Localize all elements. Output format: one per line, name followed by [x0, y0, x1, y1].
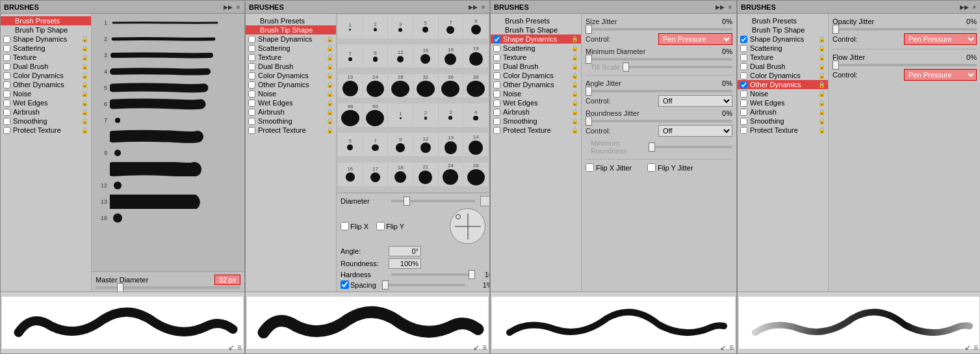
bsg-item-15[interactable]: 32: [413, 74, 438, 98]
sidebar-item-brush-tip-shape[interactable]: Brush Tip Shape: [246, 25, 336, 34]
bsg-item-35[interactable]: 28: [463, 163, 488, 186]
other-dynamics-checkbox[interactable]: [493, 81, 500, 88]
bsg-item-20[interactable]: 1: [388, 103, 413, 127]
panel-1-menu-btn[interactable]: ≡: [235, 4, 241, 10]
panel-3-preview-expand[interactable]: ↙: [720, 343, 727, 352]
flip-y-checkbox[interactable]: [376, 222, 385, 230]
color-dynamics-checkbox[interactable]: [3, 72, 10, 79]
brush-list-item-5[interactable]: 6: [93, 96, 243, 112]
sidebar-item-smoothing[interactable]: Smoothing🔒: [738, 116, 828, 126]
texture-checkbox[interactable]: [493, 54, 500, 61]
brush-list-item-2[interactable]: 3: [93, 48, 243, 63]
sidebar-item-protect-texture[interactable]: Protect Texture🔒: [246, 126, 336, 135]
dual-brush-checkbox[interactable]: [740, 63, 747, 70]
noise-checkbox[interactable]: [248, 90, 255, 98]
sidebar-item-other-dynamics[interactable]: Other Dynamics🔒: [738, 80, 828, 89]
panel-4-expand-btn[interactable]: ▶▶: [959, 4, 970, 10]
size-control-select[interactable]: Pen Pressure Off: [658, 33, 732, 45]
texture-checkbox[interactable]: [248, 54, 255, 61]
smoothing-checkbox[interactable]: [493, 118, 500, 125]
size-jitter-slider[interactable]: [586, 28, 732, 31]
sidebar-item-smoothing[interactable]: Smoothing🔒: [246, 116, 336, 126]
hardness-slider[interactable]: [391, 273, 475, 276]
brush-preset-grid[interactable]: 12345679121316: [92, 14, 244, 271]
sidebar-item-smoothing[interactable]: Smoothing🔒: [1, 116, 91, 126]
dual-brush-checkbox[interactable]: [493, 63, 500, 70]
panel-2-expand-btn[interactable]: ▶▶: [467, 4, 479, 10]
panel-2-preview-expand[interactable]: ↙: [473, 343, 480, 352]
min-roundness-slider[interactable]: [649, 146, 732, 148]
other-dynamics-checkbox[interactable]: [740, 81, 747, 88]
wet-edges-checkbox[interactable]: [740, 100, 747, 107]
brush-list-item-3[interactable]: 4: [93, 64, 243, 79]
brush-list-item-11[interactable]: 13: [93, 194, 243, 210]
min-diameter-slider[interactable]: [586, 58, 732, 61]
sidebar-item-texture[interactable]: Texture🔒: [1, 53, 91, 62]
brush-list-item-4[interactable]: 5: [93, 80, 243, 96]
color-dynamics-checkbox[interactable]: [248, 72, 255, 79]
brush-list-item-10[interactable]: 12: [93, 178, 243, 193]
diameter-input[interactable]: [480, 196, 489, 206]
sidebar-item-dual-brush[interactable]: Dual Brush🔒: [246, 62, 336, 71]
flip-y-jitter-check[interactable]: Flip Y Jitter: [647, 163, 693, 172]
sidebar-item-brush-presets[interactable]: Brush Presets: [1, 16, 91, 25]
panel-1-preview-save[interactable]: ≡: [237, 343, 242, 352]
scattering-checkbox[interactable]: [493, 45, 500, 52]
sidebar-item-shape-dynamics[interactable]: Shape Dynamics🔒: [1, 34, 91, 44]
bsg-item-4[interactable]: 7: [439, 15, 463, 38]
bsg-item-13[interactable]: 24: [363, 74, 388, 98]
bsg-item-34[interactable]: 24: [439, 163, 463, 186]
bsg-item-19[interactable]: 60: [363, 103, 388, 127]
panel-3-preview-save[interactable]: ≡: [729, 343, 734, 352]
sidebar-item-airbrush[interactable]: Airbrush🔒: [246, 107, 336, 116]
panel-1-preview-expand[interactable]: ↙: [228, 343, 235, 352]
flow-control-select[interactable]: Pen Pressure Off: [904, 69, 977, 81]
shape-dynamics-checkbox[interactable]: [248, 36, 255, 43]
scattering-checkbox[interactable]: [740, 45, 747, 52]
sidebar-item-texture[interactable]: Texture🔒: [738, 53, 828, 62]
sidebar-item-scattering[interactable]: Scattering🔒: [738, 44, 828, 53]
dual-brush-checkbox[interactable]: [3, 63, 10, 70]
sidebar-item-other-dynamics[interactable]: Other Dynamics🔒: [1, 80, 91, 89]
panel-4-preview-save[interactable]: ≡: [974, 343, 978, 352]
bsg-item-9[interactable]: 16: [413, 44, 438, 68]
brush-list-item-9[interactable]: [93, 161, 243, 177]
sidebar-item-protect-texture[interactable]: Protect Texture🔒: [491, 126, 581, 135]
smoothing-checkbox[interactable]: [248, 118, 255, 125]
sidebar-item-dual-brush[interactable]: Dual Brush🔒: [491, 62, 581, 71]
sidebar-item-color-dynamics[interactable]: Color Dynamics🔒: [491, 71, 581, 80]
shape-dynamics-checkbox[interactable]: [740, 36, 747, 43]
sidebar-item-brush-presets[interactable]: Brush Presets: [738, 16, 828, 25]
bsg-item-10[interactable]: 18: [439, 44, 463, 68]
flip-x-jitter-check[interactable]: Flip X Jitter: [586, 163, 632, 172]
opacity-jitter-slider[interactable]: [832, 28, 977, 31]
color-dynamics-checkbox[interactable]: [493, 72, 500, 79]
sidebar-item-noise[interactable]: Noise🔒: [1, 89, 91, 98]
airbrush-checkbox[interactable]: [493, 109, 500, 116]
airbrush-checkbox[interactable]: [3, 109, 10, 116]
bsg-item-7[interactable]: 9: [363, 44, 388, 68]
angle-preview-circle[interactable]: [450, 208, 485, 244]
bsg-item-30[interactable]: 16: [338, 163, 363, 186]
bsg-item-2[interactable]: 3: [388, 15, 413, 38]
roundness-control-select[interactable]: Off Pen Pressure: [658, 125, 732, 137]
flow-jitter-slider[interactable]: [832, 64, 977, 66]
sidebar-item-other-dynamics[interactable]: Other Dynamics🔒: [491, 80, 581, 89]
sidebar-item-wet-edges[interactable]: Wet Edges🔒: [738, 98, 828, 107]
panel-4-preview-expand[interactable]: ↙: [964, 343, 971, 352]
bsg-item-27[interactable]: 12: [413, 133, 438, 156]
protect-texture-checkbox[interactable]: [740, 127, 747, 134]
opacity-control-select[interactable]: Pen Pressure Off: [904, 33, 977, 45]
angle-input[interactable]: [389, 246, 421, 256]
noise-checkbox[interactable]: [493, 90, 500, 98]
airbrush-checkbox[interactable]: [740, 109, 747, 116]
spacing-slider[interactable]: [381, 284, 465, 286]
sidebar-item-shape-dynamics[interactable]: Shape Dynamics🔒: [738, 34, 828, 44]
dual-brush-checkbox[interactable]: [248, 63, 255, 70]
bsg-item-26[interactable]: 9: [388, 133, 413, 156]
wet-edges-checkbox[interactable]: [493, 100, 500, 107]
wet-edges-checkbox[interactable]: [248, 100, 255, 107]
smoothing-checkbox[interactable]: [3, 118, 10, 125]
angle-control-select[interactable]: Off Pen Pressure: [658, 95, 732, 107]
spacing-check[interactable]: Spacing: [341, 280, 376, 289]
